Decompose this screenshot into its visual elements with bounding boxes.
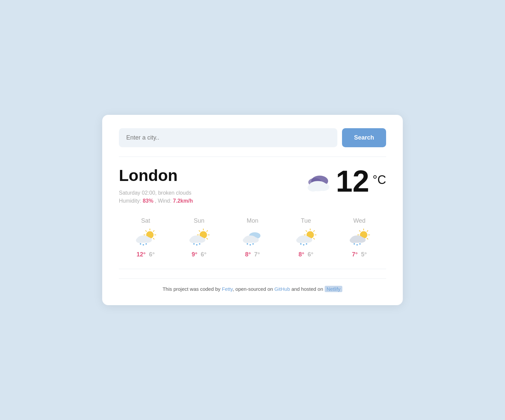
forecast-day-mon: Mon 8° 7° [226,217,279,258]
svg-point-53 [303,237,312,243]
svg-line-48 [314,238,315,239]
main-weather-icon [302,170,332,193]
netlify-link[interactable]: Netlify [325,286,343,292]
svg-point-40 [249,244,251,245]
svg-point-18 [143,244,144,245]
forecast-icon-sun [188,228,210,248]
fetty-link[interactable]: Fetty [222,286,232,292]
weather-description: Saturday 02:00, broken clouds [119,190,193,196]
day-label-sat: Sat [141,217,150,224]
svg-point-71 [359,243,361,245]
svg-point-52 [296,237,304,243]
divider-top [119,157,386,157]
svg-point-32 [193,243,195,245]
day-label-tue: Tue [301,217,311,224]
svg-point-55 [303,244,304,245]
city-name: London [119,166,193,185]
forecast-icon-wed [348,228,371,248]
day-label-wed: Wed [353,217,366,224]
forecast-temps-tue: 8° 6° [299,251,313,258]
forecast-temps-wed: 7° 5° [352,251,367,258]
divider-bottom [119,269,386,269]
forecast-day-sun: Sun [172,217,226,258]
humidity-value: 83% [143,198,153,204]
wind-value: 7.2km/h [173,198,193,204]
current-weather: London Saturday 02:00, broken clouds Hum… [119,166,386,204]
forecast-icon-tue [295,228,317,248]
svg-line-62 [359,231,360,232]
svg-point-56 [306,243,307,245]
svg-line-49 [314,231,315,232]
svg-point-33 [196,244,197,245]
svg-line-25 [199,231,200,232]
search-row: Search [119,128,386,147]
forecast-temps-mon: 8° 7° [245,251,260,258]
weather-stats: Humidity: 83% , Wind: 7.2km/h [119,198,193,204]
svg-point-16 [143,237,152,243]
svg-point-4 [317,183,329,191]
forecast-temps-sun: 9° 6° [192,251,206,258]
svg-line-27 [207,231,208,232]
svg-point-37 [243,237,251,243]
svg-line-26 [207,238,208,239]
svg-point-31 [196,237,205,243]
svg-point-67 [350,237,358,243]
day-label-mon: Mon [246,217,258,224]
svg-line-12 [153,231,154,232]
svg-point-69 [354,243,355,245]
forecast-icon-mon [241,228,264,248]
svg-line-11 [153,238,154,239]
forecast-day-tue: Tue [279,217,333,258]
svg-point-54 [300,243,302,245]
svg-point-30 [189,237,197,243]
city-info: London Saturday 02:00, broken clouds Hum… [119,166,193,204]
search-button[interactable]: Search [342,128,386,147]
svg-point-34 [199,243,200,245]
temperature-value: 12 [336,166,369,196]
svg-point-15 [136,237,144,243]
forecast-day-sat: Sat [119,217,172,258]
svg-line-64 [367,231,368,232]
svg-point-17 [140,243,141,245]
svg-point-19 [146,243,147,245]
github-link[interactable]: GitHub [275,286,290,292]
forecast-row: Sat [119,217,386,258]
day-label-sun: Sun [194,217,204,224]
svg-point-70 [356,244,358,245]
temperature-display: 12 °C [302,166,386,196]
svg-point-41 [252,243,254,245]
city-search-input[interactable] [119,128,337,147]
footer: This project was coded by Fetty, open-so… [119,278,386,292]
forecast-icon-sat [134,228,157,248]
svg-point-3 [308,184,319,191]
svg-point-68 [357,237,366,243]
svg-line-10 [146,231,147,232]
weather-card: Search London Saturday 02:00, broken clo… [102,115,403,305]
svg-line-47 [306,231,307,232]
forecast-day-wed: Wed [333,217,386,258]
svg-point-38 [250,237,259,243]
temperature-unit: °C [373,173,386,187]
svg-line-63 [367,238,368,239]
svg-point-39 [247,243,248,245]
forecast-temps-sat: 12° 6° [137,251,155,258]
